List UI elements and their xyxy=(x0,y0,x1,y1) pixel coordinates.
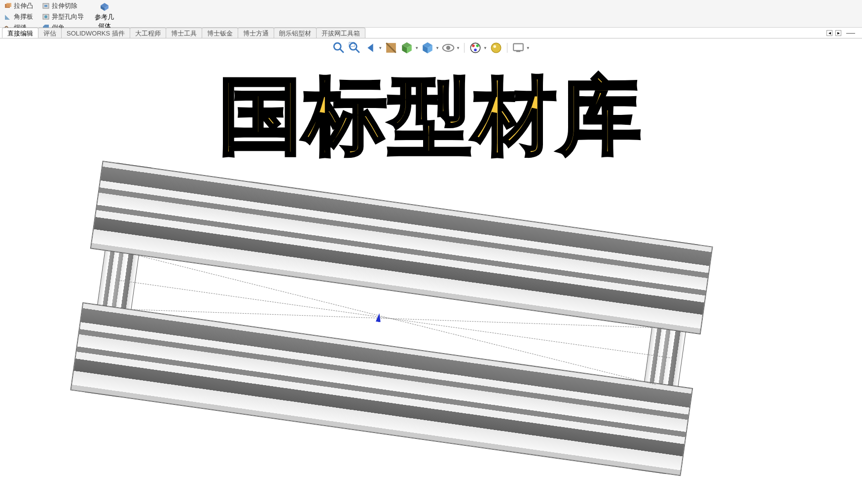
ribbon-area: 拉伸凸 角撑板 焊缝 拉伸切除 xyxy=(0,0,862,28)
tab-nav-right-icon[interactable]: ▸ xyxy=(835,30,841,36)
svg-line-9 xyxy=(340,49,344,53)
tab-dr-sheetmetal[interactable]: 博士钣金 xyxy=(202,28,238,38)
overlay-title: 国标型材库 xyxy=(219,61,643,173)
body-cut-label: 拉伸切除 xyxy=(52,1,77,10)
minimize-ribbon-button[interactable]: — xyxy=(844,28,857,38)
hole-wizard-icon xyxy=(42,13,50,21)
view-settings-icon[interactable] xyxy=(511,42,525,54)
zoom-area-icon[interactable] xyxy=(348,42,361,54)
model-viewport[interactable]: 国标型材库 xyxy=(0,54,862,504)
tab-evaluate[interactable]: 评估 xyxy=(38,28,62,38)
svg-point-19 xyxy=(474,48,477,51)
svg-marker-2 xyxy=(5,15,10,20)
tab-direct-edit[interactable]: 直接编辑 xyxy=(2,28,38,38)
extrude-button[interactable]: 拉伸凸 xyxy=(2,1,35,11)
view-orientation-icon[interactable] xyxy=(400,42,414,54)
model-render xyxy=(61,161,713,504)
tab-kaiba-toolbox[interactable]: 开拔网工具箱 xyxy=(316,28,365,38)
svg-point-18 xyxy=(476,44,479,47)
tab-big-engineer[interactable]: 大工程师 xyxy=(130,28,166,38)
svg-rect-1 xyxy=(6,3,11,7)
profile-rail-top xyxy=(90,161,713,334)
hole-wizard-label: 异型孔向导 xyxy=(52,12,84,21)
tab-langle-profile[interactable]: 朗乐铝型材 xyxy=(274,28,317,38)
extrude-icon xyxy=(4,2,12,10)
tab-solidworks-addins[interactable]: SOLIDWORKS 插件 xyxy=(61,28,130,38)
ref-geo-label-1: 参考几 xyxy=(95,13,114,22)
svg-point-8 xyxy=(334,43,341,50)
svg-rect-4 xyxy=(44,5,47,7)
svg-point-20 xyxy=(491,43,501,53)
zoom-fit-icon[interactable] xyxy=(332,42,346,54)
edit-appearance-icon[interactable] xyxy=(468,42,482,54)
svg-line-11 xyxy=(356,49,359,53)
tabs-right-controls: ◂ ▸ — xyxy=(826,28,862,38)
previous-view-icon[interactable] xyxy=(363,42,377,54)
tab-dr-square[interactable]: 博士方通 xyxy=(238,28,274,38)
tabs-bar: 直接编辑 评估 SOLIDWORKS 插件 大工程师 博士工具 博士钣金 博士方… xyxy=(0,28,862,38)
gusset-label: 角撑板 xyxy=(14,12,33,21)
hole-wizard-button[interactable]: 异型孔向导 xyxy=(40,12,86,22)
reference-geometry-button[interactable]: 参考几 何体 xyxy=(91,1,118,32)
section-view-icon[interactable] xyxy=(384,42,398,54)
svg-point-15 xyxy=(446,46,450,50)
reference-geometry-icon xyxy=(100,2,109,12)
gusset-button[interactable]: 角撑板 xyxy=(2,12,35,22)
svg-point-17 xyxy=(472,44,475,47)
display-style-icon[interactable] xyxy=(421,42,434,54)
tab-dr-tools[interactable]: 博士工具 xyxy=(166,28,202,38)
body-cut-button[interactable]: 拉伸切除 xyxy=(40,1,86,11)
tab-nav-left-icon[interactable]: ◂ xyxy=(826,30,832,36)
svg-point-21 xyxy=(493,45,496,48)
profile-rail-bottom xyxy=(70,302,693,476)
svg-point-6 xyxy=(44,15,47,18)
svg-rect-22 xyxy=(513,44,523,51)
extrude-label: 拉伸凸 xyxy=(14,1,33,10)
apply-scene-icon[interactable] xyxy=(489,42,503,54)
body-cut-icon xyxy=(42,2,50,10)
gusset-icon xyxy=(4,13,12,21)
svg-rect-23 xyxy=(516,51,520,52)
hide-show-icon[interactable] xyxy=(441,42,455,54)
svg-point-10 xyxy=(350,43,357,50)
heads-up-toolbar: ▼ ▼ ▼ ▼ ▼ ▼ xyxy=(0,38,862,54)
